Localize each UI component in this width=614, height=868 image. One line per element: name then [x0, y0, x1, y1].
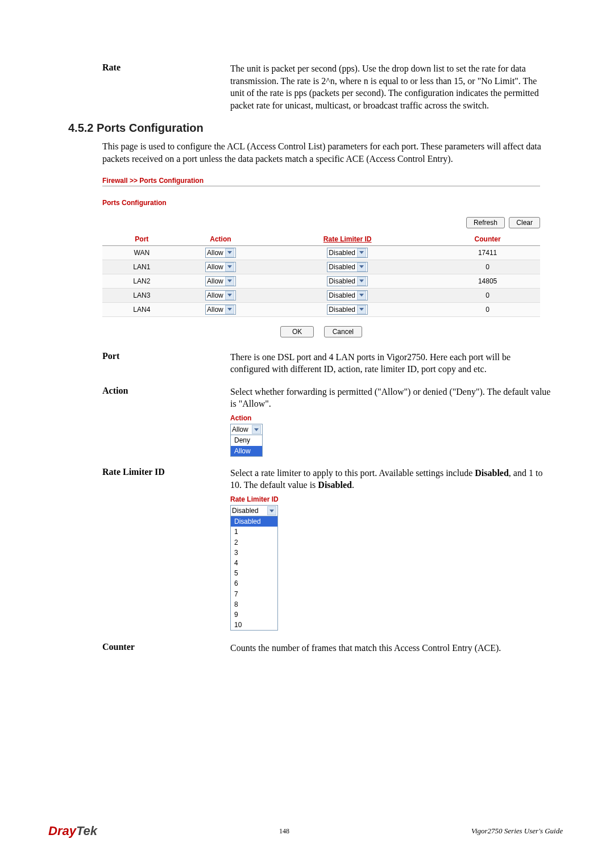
rate-limiter-option[interactable]: 10 — [231, 620, 277, 630]
term-action-label: Action — [68, 386, 230, 457]
term-rate: Rate The unit is packet per second (pps)… — [68, 62, 563, 111]
col-rate-limiter[interactable]: Rate Limiter ID — [260, 233, 435, 246]
col-counter: Counter — [435, 233, 540, 246]
rate-limiter-select[interactable]: Disabled — [327, 262, 368, 272]
counter-cell: 0 — [435, 288, 540, 302]
breadcrumb: Firewall >> Ports Configuration — [102, 177, 540, 185]
rate-limiter-cell: Disabled — [260, 245, 435, 260]
panel-subtitle: Ports Configuration — [102, 199, 540, 207]
table-row: WANAllowDisabled17411 — [102, 245, 540, 260]
ports-config-panel: Firewall >> Ports Configuration Ports Co… — [102, 177, 540, 337]
rate-limiter-option[interactable]: 5 — [231, 568, 277, 578]
chevron-down-icon — [357, 262, 366, 272]
term-rate-limiter: Rate Limiter ID Select a rate limiter to… — [68, 467, 563, 631]
rate-limiter-option[interactable]: 2 — [231, 537, 277, 548]
rate-limiter-option[interactable]: 8 — [231, 599, 277, 610]
port-cell: WAN — [102, 245, 181, 260]
term-rate-desc: The unit is packet per second (pps). Use… — [230, 62, 563, 111]
rate-limiter-option[interactable]: 1 — [231, 527, 277, 537]
rate-limiter-select[interactable]: Disabled — [327, 290, 368, 301]
action-select[interactable]: Allow — [205, 248, 236, 258]
table-row: LAN2AllowDisabled14805 — [102, 274, 540, 288]
counter-cell: 17411 — [435, 245, 540, 260]
rate-limiter-cell: Disabled — [260, 288, 435, 302]
logo-part2: Tek — [76, 824, 97, 838]
rate-limiter-option[interactable]: 7 — [231, 589, 277, 599]
action-cell: Allow — [181, 245, 260, 260]
clear-button[interactable]: Clear — [509, 217, 540, 228]
cancel-button[interactable]: Cancel — [324, 326, 362, 337]
port-cell: LAN3 — [102, 288, 181, 302]
counter-cell: 0 — [435, 302, 540, 316]
svg-marker-0 — [227, 251, 232, 254]
svg-marker-10 — [254, 428, 259, 431]
rate-limiter-option[interactable]: 9 — [231, 610, 277, 620]
rate-limiter-option[interactable]: 6 — [231, 578, 277, 589]
rl-desc-b1: Disabled — [475, 468, 509, 478]
counter-cell: 14805 — [435, 274, 540, 288]
action-selected: Allow — [232, 425, 248, 434]
col-action: Action — [181, 233, 260, 246]
action-option-allow[interactable]: Allow — [231, 446, 262, 456]
chevron-down-icon — [225, 277, 234, 286]
term-action-desc: Select whether forwarding is permitted (… — [230, 387, 550, 409]
section-heading: 4.5.2 Ports Configuration — [68, 122, 563, 135]
rl-desc-pre: Select a rate limiter to apply to this p… — [230, 468, 475, 478]
chevron-down-icon — [225, 262, 234, 272]
term-rate-limiter-label: Rate Limiter ID — [68, 467, 230, 631]
rate-limiter-cell: Disabled — [260, 260, 435, 274]
chevron-down-icon — [225, 248, 234, 257]
rl-desc-post: . — [352, 480, 354, 490]
chevron-down-icon — [267, 506, 276, 515]
svg-marker-11 — [269, 510, 274, 512]
table-row: LAN4AllowDisabled0 — [102, 302, 540, 316]
chevron-down-icon — [225, 305, 234, 314]
action-select[interactable]: Allow — [205, 290, 236, 301]
chevron-down-icon — [357, 248, 366, 257]
term-counter-desc: Counts the number of frames that match t… — [230, 642, 563, 654]
term-action: Action Select whether forwarding is perm… — [68, 386, 563, 457]
svg-marker-9 — [359, 308, 364, 311]
action-cell: Allow — [181, 274, 260, 288]
rate-limiter-option[interactable]: Disabled — [231, 516, 277, 527]
chevron-down-icon — [252, 425, 261, 434]
section-intro: This page is used to configure the ACL (… — [102, 140, 563, 165]
chevron-down-icon — [357, 305, 366, 314]
action-select[interactable]: Allow — [205, 262, 236, 272]
action-cell: Allow — [181, 260, 260, 274]
rl-desc-b2: Disabled — [318, 480, 352, 490]
svg-marker-6 — [227, 294, 232, 297]
port-cell: LAN1 — [102, 260, 181, 274]
rate-limiter-dropdown-open[interactable]: Disabled Disabled12345678910 — [230, 505, 278, 631]
rl-selected: Disabled — [232, 506, 259, 515]
term-rate-label: Rate — [68, 62, 230, 111]
refresh-button[interactable]: Refresh — [466, 217, 505, 228]
term-port: Port There is one DSL port and 4 LAN por… — [68, 351, 563, 375]
guide-title: Vigor2750 Series User's Guide — [471, 827, 563, 836]
chevron-down-icon — [357, 291, 366, 300]
ok-button[interactable]: OK — [280, 326, 314, 337]
term-port-desc: There is one DSL port and 4 LAN ports in… — [230, 351, 563, 375]
port-cell: LAN4 — [102, 302, 181, 316]
port-cell: LAN2 — [102, 274, 181, 288]
term-counter-label: Counter — [68, 642, 230, 654]
divider — [102, 186, 540, 186]
action-cell: Allow — [181, 302, 260, 316]
rate-limiter-select[interactable]: Disabled — [327, 276, 368, 286]
action-select[interactable]: Allow — [205, 304, 236, 315]
action-select[interactable]: Allow — [205, 276, 236, 286]
rate-limiter-option[interactable]: 3 — [231, 548, 277, 558]
table-row: LAN3AllowDisabled0 — [102, 288, 540, 302]
svg-marker-1 — [359, 251, 364, 254]
term-port-label: Port — [68, 351, 230, 375]
logo-part1: Dray — [48, 824, 76, 838]
rate-limiter-select[interactable]: Disabled — [327, 304, 368, 315]
rate-limiter-select[interactable]: Disabled — [327, 248, 368, 258]
rate-limiter-cell: Disabled — [260, 302, 435, 316]
svg-marker-7 — [359, 294, 364, 297]
rate-limiter-cell: Disabled — [260, 274, 435, 288]
action-option-deny[interactable]: Deny — [231, 435, 262, 445]
svg-marker-5 — [359, 279, 364, 282]
action-dropdown-open[interactable]: Allow Deny Allow — [230, 424, 263, 457]
rate-limiter-option[interactable]: 4 — [231, 558, 277, 568]
